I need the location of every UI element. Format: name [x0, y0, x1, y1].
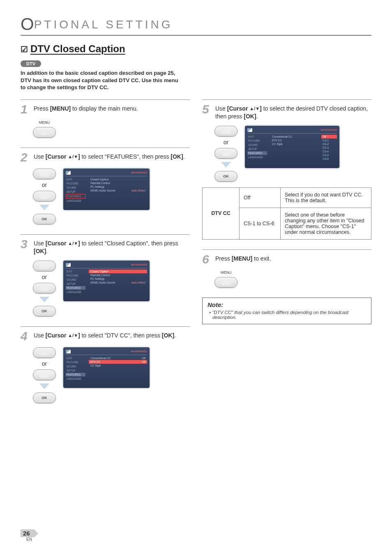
content-columns: 1 Press [MENU] to display the main menu.… [21, 99, 371, 413]
t: Use [215, 105, 227, 112]
tv-logo-icon [66, 350, 71, 353]
tv-side-menu: EXIT PICTURE SOUND SETUP FEATURES LANGUA… [66, 270, 85, 294]
tv-side-item-selected: FEATURES [66, 286, 85, 290]
tv-main-panel: Closed Caption Parental Control PC Setti… [85, 178, 147, 203]
tv-row: Parental Control [89, 181, 147, 185]
up-down-arrow-icon: ▲/▼ [68, 154, 78, 159]
step-4: 4 Use [Cursor ▲/▼] to select "DTV CC", t… [21, 326, 190, 403]
tv-side-item: PICTURE [66, 360, 85, 364]
t: Use [34, 153, 46, 160]
t: CC Style [90, 364, 101, 367]
tv-brand: MAGNAVOX [131, 171, 147, 174]
t: to exit. [252, 255, 271, 262]
tv-row-highlight: Closed Caption [89, 270, 147, 273]
tv-option-item: CS-3 [321, 146, 337, 150]
t: Conventional CC [272, 135, 292, 138]
tv-side-item: SETUP [66, 369, 85, 372]
tv-logo-icon [66, 171, 71, 175]
tv-side-item: EXIT [66, 270, 85, 273]
up-down-arrow-icon: ▲/▼ [249, 106, 260, 111]
flow-arrow-icon [39, 383, 49, 389]
t: Closed Caption [90, 270, 108, 273]
cursor-buttons-graphic: or OK [33, 261, 56, 316]
left-column: 1 Press [MENU] to display the main menu.… [21, 99, 190, 413]
tv-side-item: PICTURE [66, 182, 85, 185]
t: CC Style [272, 143, 283, 145]
step-3-text: Use [Cursor ▲/▼] to select "Closed Capti… [34, 238, 190, 256]
menu-button-graphic: MENU [33, 120, 56, 138]
step-2: 2 Use [Cursor ▲/▼] to select "FEATURES",… [21, 148, 190, 224]
t: Parental Control [90, 274, 110, 277]
table-row: DTV CC Off Select if you do not want DTV… [203, 187, 371, 208]
intro-text: In addition to the basic closed caption … [21, 69, 183, 91]
table-option: CS-1 to CS-6 [240, 208, 281, 239]
step-6-text: Press [MENU] to exit. [215, 253, 271, 263]
t: [Cursor [46, 240, 68, 247]
t: to select "DTV CC", then press [80, 332, 162, 339]
cursor-down-button-icon [214, 148, 238, 159]
tv-side-item: SOUND [247, 143, 267, 147]
note-box: Note: • "DTV CC" that you can switch dif… [202, 298, 371, 324]
up-down-arrow-icon: ▲/▼ [68, 241, 78, 246]
tv-row: Closed Caption [89, 178, 147, 181]
tv-side-item-selected: FEATURES [247, 151, 267, 155]
t: Use [34, 332, 46, 339]
tv-side-item: SETUP [247, 147, 267, 151]
tv-side-item: SETUP [66, 190, 85, 194]
t: Closed Caption [90, 178, 108, 181]
table-desc: Select one of these before changing any … [281, 208, 371, 239]
step-5-number: 5 [202, 103, 211, 115]
cursor-down-button-icon [33, 283, 56, 293]
tv-row: HDMI1 Audio SourceAuto Detect [89, 189, 147, 192]
tv-side-item: EXIT [66, 178, 85, 181]
tv-brand: MAGNAVOX [131, 263, 147, 266]
menu-button-label: MENU [39, 120, 50, 125]
right-column: 5 Use [Cursor ▲/▼] to select the desired… [202, 99, 371, 413]
t: Off [142, 360, 145, 363]
flow-arrow-icon [39, 205, 49, 210]
tv-row: PC Settings [89, 185, 147, 189]
t: . [46, 248, 48, 254]
ok-button-icon: OK [214, 171, 238, 182]
tv-row: DTV CC [270, 138, 321, 142]
t: Parental Control [90, 182, 110, 185]
tv-option-list: Off CS-1 CS-2 CS-3 CS-4 CS-5 CS-6 [321, 135, 337, 161]
or-text: or [42, 182, 47, 188]
tv-side-item-selected: FEATURES [66, 373, 85, 376]
cursor-buttons-graphic: or OK [214, 126, 238, 182]
ok-label: OK [33, 393, 55, 403]
dtvcc-options-table: DTV CC Off Select if you do not want DTV… [202, 187, 371, 240]
step-6-number: 6 [202, 253, 211, 265]
t: [OK] [171, 153, 183, 160]
tv-side-item: LANGUAGE [66, 377, 85, 381]
checkbox-icon: ☑ [21, 44, 28, 54]
table-option: Off [240, 187, 281, 208]
tv-brand: MAGNAVOX [131, 350, 147, 353]
up-down-arrow-icon: ▲/▼ [68, 333, 78, 338]
header-text: OPTIONAL SETTING [21, 18, 173, 31]
tv-side-item: PICTURE [66, 274, 85, 277]
step-4-number: 4 [21, 330, 30, 342]
t: [OK] [34, 248, 46, 254]
tv-side-item: SOUND [66, 186, 85, 189]
tv-logo-icon [247, 128, 252, 132]
step-3-number: 3 [21, 238, 30, 250]
tv-option-item-selected: Off [321, 135, 337, 138]
menu-button-graphic: MENU [214, 270, 238, 288]
tv-option-item: CS-1 [321, 138, 337, 142]
cursor-up-button-icon [33, 169, 56, 179]
t: . [256, 113, 258, 120]
cursor-buttons-graphic: or OK [33, 169, 56, 224]
tv-menu-dtvcc-options: MAGNAVOX EXIT PICTURE SOUND SETUP FEATUR… [245, 126, 339, 168]
ok-button-icon: OK [33, 392, 56, 403]
cursor-down-button-icon [33, 369, 56, 380]
t: [Cursor [227, 105, 249, 112]
tv-row: Parental Control [89, 273, 147, 277]
tv-option-item: CS-6 [321, 157, 337, 161]
tv-main-panel: Conventional CC DTV CC CC Style [267, 135, 321, 161]
step-1-bold: [MENU] [50, 105, 71, 112]
tv-row: CC Style [89, 364, 147, 367]
t: Auto Detect [131, 189, 145, 192]
tv-menu-dtvcc: MAGNAVOX EXIT PICTURE SOUND SETUP FEATUR… [63, 347, 150, 388]
header-big-o: O [21, 14, 34, 34]
